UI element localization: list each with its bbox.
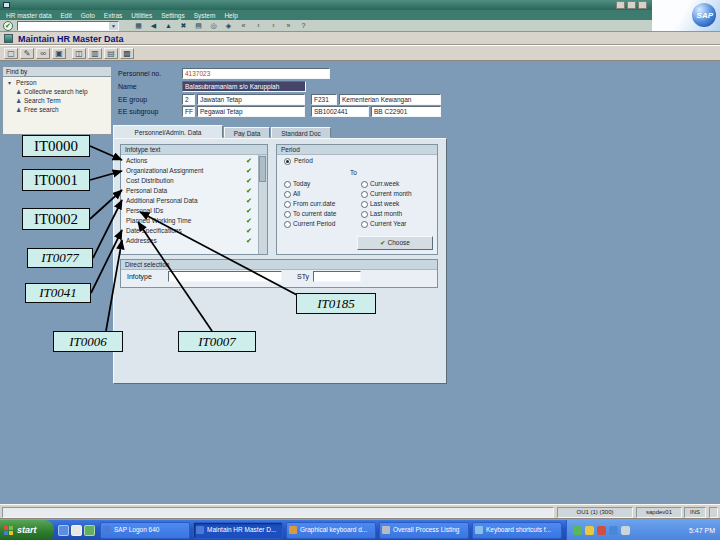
tray-icon[interactable] xyxy=(597,526,606,535)
radio-period-label[interactable]: Period xyxy=(294,157,313,164)
radio-to-current-date[interactable] xyxy=(284,211,291,218)
tray-icon[interactable] xyxy=(621,526,630,535)
radio-to-current-date-label[interactable]: To current date xyxy=(293,210,336,217)
quick-launch-icon[interactable] xyxy=(84,525,95,536)
quick-launch-icon[interactable] xyxy=(71,525,82,536)
command-dropdown-icon[interactable]: ▼ xyxy=(109,22,118,30)
find-next-icon[interactable]: ◈ xyxy=(222,21,235,31)
tab-personnel-admin-data[interactable]: Personnel/Admin. Data xyxy=(113,125,223,138)
cost-center-text-field[interactable]: BB C22901 xyxy=(371,106,441,117)
find-icon[interactable]: ◎ xyxy=(207,21,220,31)
radio-period[interactable] xyxy=(284,158,291,165)
ee-subgroup-text-field[interactable]: Pegawai Tetap xyxy=(197,106,305,117)
radio-current-year-label[interactable]: Current Year xyxy=(370,220,407,227)
radio-last-week-label[interactable]: Last week xyxy=(370,200,399,207)
menu-help[interactable]: Help xyxy=(224,12,237,19)
radio-today-label[interactable]: Today xyxy=(293,180,310,187)
close-button[interactable] xyxy=(638,1,647,9)
scrollbar-thumb[interactable] xyxy=(259,156,266,182)
enter-icon[interactable]: ✔ xyxy=(3,21,13,31)
start-button[interactable]: start xyxy=(0,520,54,540)
menu-hr-master-data[interactable]: HR master data xyxy=(6,12,52,19)
menu-settings[interactable]: Settings xyxy=(161,12,185,19)
radio-current-year[interactable] xyxy=(361,221,368,228)
radio-all-label[interactable]: All xyxy=(293,190,300,197)
find-by-root-person[interactable]: Person xyxy=(16,79,37,86)
ee-group-text-field[interactable]: Jawatan Tetap xyxy=(197,94,305,105)
tray-icon[interactable] xyxy=(609,526,618,535)
radio-all[interactable] xyxy=(284,191,291,198)
find-by-free-search[interactable]: Free search xyxy=(24,106,59,113)
radio-current-period-label[interactable]: Current Period xyxy=(293,220,335,227)
name-field[interactable]: Balasubramaniam s/o Karuppiah xyxy=(182,81,306,92)
infotype-row-planned-working-time[interactable]: Planned Working Time xyxy=(126,216,191,226)
infotype-input[interactable] xyxy=(168,271,282,282)
sty-input[interactable] xyxy=(313,271,361,282)
tray-icon[interactable] xyxy=(573,526,582,535)
restore-button[interactable] xyxy=(627,1,636,9)
radio-curr-week[interactable] xyxy=(361,181,368,188)
radio-current-period[interactable] xyxy=(284,221,291,228)
change-icon[interactable]: ✎ xyxy=(20,48,34,59)
infotype-row-organizational-assignment[interactable]: Organizational Assignment xyxy=(126,166,203,176)
taskbar-button-4[interactable]: Overall Process Listing xyxy=(379,522,469,539)
back-icon[interactable]: ◀ xyxy=(147,21,160,31)
overview-icon[interactable]: ▤ xyxy=(104,48,118,59)
pers-area-text-field[interactable]: Kementerian Kewangan xyxy=(339,94,441,105)
quick-launch-icon[interactable] xyxy=(58,525,69,536)
infotype-row-additional-personal-data[interactable]: Additional Personal Data xyxy=(126,196,198,206)
infotype-row-actions[interactable]: Actions xyxy=(126,156,147,166)
taskbar-button-sap-logon[interactable]: SAP Logon 640 xyxy=(100,522,190,539)
print-icon[interactable]: ▤ xyxy=(192,21,205,31)
cost-center-field[interactable]: SB1002441 xyxy=(311,106,369,117)
radio-current-month[interactable] xyxy=(361,191,368,198)
status-system-cell[interactable]: OU1 (1) (300) xyxy=(557,507,633,518)
menu-system[interactable]: System xyxy=(194,12,216,19)
delete-icon[interactable]: ▥ xyxy=(88,48,102,59)
exit-icon[interactable]: ▲ xyxy=(162,21,175,31)
page-up-icon[interactable]: ‹ xyxy=(252,21,265,31)
tab-standard-doc[interactable]: Standard Doc xyxy=(271,127,331,138)
create-icon[interactable]: ▢ xyxy=(4,48,18,59)
infotype-row-personal-ids[interactable]: Personal IDs xyxy=(126,206,163,216)
help-icon[interactable]: ? xyxy=(297,21,310,31)
radio-today[interactable] xyxy=(284,181,291,188)
ee-group-field[interactable]: 2 xyxy=(182,94,195,105)
pers-area-field[interactable]: F231 xyxy=(311,94,337,105)
first-page-icon[interactable]: « xyxy=(237,21,250,31)
taskbar-button-3[interactable]: Graphical keyboard d... xyxy=(286,522,376,539)
taskbar-button-maintain-hr[interactable]: Maintain HR Master D... xyxy=(193,522,283,539)
radio-last-week[interactable] xyxy=(361,201,368,208)
ee-subgroup-field[interactable]: FF xyxy=(182,106,195,117)
page-down-icon[interactable]: › xyxy=(267,21,280,31)
menu-extras[interactable]: Extras xyxy=(104,12,122,19)
cancel-icon[interactable]: ✖ xyxy=(177,21,190,31)
radio-last-month-label[interactable]: Last month xyxy=(370,210,402,217)
save-icon[interactable]: ▦ xyxy=(132,21,145,31)
tab-pay-data[interactable]: Pay Data xyxy=(224,127,270,138)
measures-icon[interactable]: ▩ xyxy=(120,48,134,59)
infotype-row-date-specifications[interactable]: Date Specifications xyxy=(126,226,182,236)
last-page-icon[interactable]: » xyxy=(282,21,295,31)
infotype-row-personal-data[interactable]: Personal Data xyxy=(126,186,167,196)
display-icon[interactable]: ∞ xyxy=(36,48,50,59)
infotype-row-addresses[interactable]: Addresses xyxy=(126,236,157,246)
radio-from-curr-date-label[interactable]: From curr.date xyxy=(293,200,335,207)
delimit-icon[interactable]: ◫ xyxy=(72,48,86,59)
radio-last-month[interactable] xyxy=(361,211,368,218)
radio-from-curr-date[interactable] xyxy=(284,201,291,208)
find-by-collective-search-help[interactable]: Collective search help xyxy=(24,88,88,95)
choose-button[interactable]: ✔Choose xyxy=(357,236,433,250)
infotype-row-cost-distribution[interactable]: Cost Distribution xyxy=(126,176,174,186)
command-input[interactable]: ▼ xyxy=(17,21,119,31)
personnel-no-field[interactable]: 4137023 xyxy=(182,68,330,79)
menu-edit[interactable]: Edit xyxy=(61,12,72,19)
radio-curr-week-label[interactable]: Curr.week xyxy=(370,180,399,187)
taskbar-button-5[interactable]: Keyboard shortcuts f... xyxy=(472,522,562,539)
copy-icon[interactable]: ▣ xyxy=(52,48,66,59)
tray-icon[interactable] xyxy=(585,526,594,535)
menu-goto[interactable]: Goto xyxy=(81,12,95,19)
minimize-button[interactable] xyxy=(616,1,625,9)
menu-utilities[interactable]: Utilities xyxy=(131,12,152,19)
expander-icon[interactable]: ▾ xyxy=(8,80,11,87)
